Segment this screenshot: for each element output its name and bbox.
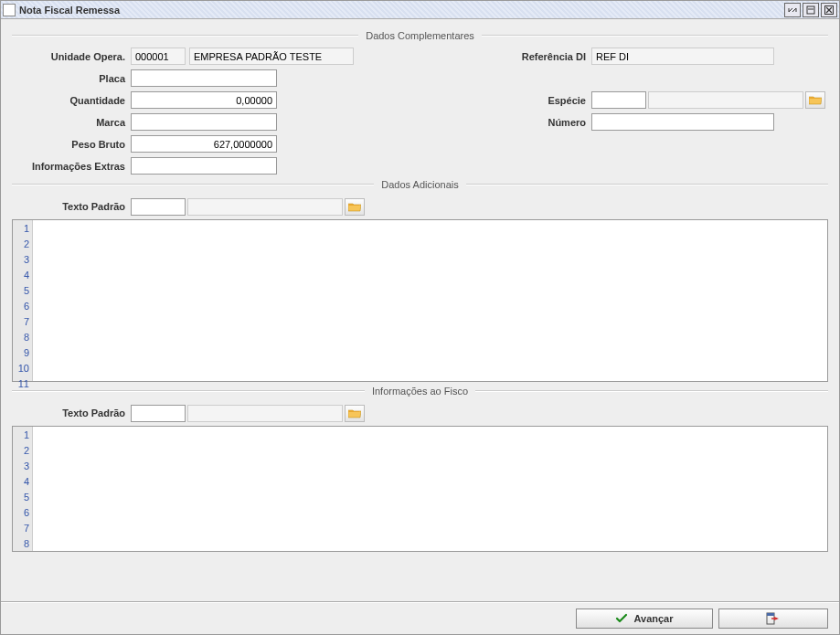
fieldset-title-fisco: Informações ao Fisco: [365, 386, 475, 397]
line-num: 10: [13, 361, 29, 376]
fieldset-adicionais: Dados Adicionais Texto Padrão 1 2 3 4 5 …: [12, 179, 828, 382]
fisco-gutter: 1 2 3 4 5 6 7 8: [13, 427, 33, 551]
label-especie: Espécie: [500, 95, 591, 106]
form-grid-complementares: Unidade Opera. Placa Quantidade Marca: [12, 47, 828, 175]
line-num: 6: [13, 505, 29, 521]
line-num: 4: [13, 268, 29, 283]
unidade-opera-code-field[interactable]: [131, 48, 186, 65]
line-num: 7: [13, 314, 29, 330]
row-texto-padrao-fisco: Texto Padrão: [12, 402, 828, 424]
row-placa: Placa: [12, 69, 354, 88]
svg-rect-3: [767, 613, 774, 616]
line-num: 2: [13, 237, 29, 252]
adicionais-texto-padrao-desc-field[interactable]: [187, 198, 343, 216]
line-num: 5: [13, 283, 29, 299]
line-num: 6: [13, 299, 29, 314]
label-unidade-opera: Unidade Opera.: [12, 51, 131, 62]
folder-icon: [348, 408, 361, 418]
form-col-left: Unidade Opera. Placa Quantidade Marca: [12, 47, 354, 175]
fieldset-header-fisco: Informações ao Fisco: [12, 386, 828, 397]
svg-rect-0: [807, 6, 814, 14]
label-quantidade: Quantidade: [12, 95, 131, 106]
adicionais-textarea[interactable]: 1 2 3 4 5 6 7 8 9 10 11: [12, 219, 828, 382]
line-num: 8: [13, 330, 29, 345]
line-num: 5: [13, 490, 29, 505]
line-num: 7: [13, 521, 29, 536]
label-texto-padrao-adicionais: Texto Padrão: [12, 201, 131, 212]
label-placa: Placa: [12, 73, 131, 84]
row-spacer: [500, 69, 825, 88]
line-num: 4: [13, 474, 29, 490]
line-num: 8: [13, 536, 29, 552]
folder-icon: [348, 202, 361, 212]
fieldset-fisco: Informações ao Fisco Texto Padrão 1 2 3 …: [12, 386, 828, 552]
marca-field[interactable]: [131, 113, 277, 131]
row-referencia-di: Referência DI: [500, 47, 825, 66]
quantidade-field[interactable]: [131, 91, 277, 109]
label-info-extras: Informações Extras: [12, 161, 131, 172]
avancar-button[interactable]: Avançar: [576, 609, 713, 629]
check-icon: [615, 613, 628, 624]
line-num: 2: [13, 443, 29, 459]
row-numero: Número: [500, 112, 825, 132]
exit-icon: [766, 612, 781, 625]
row-especie: Espécie: [500, 90, 825, 110]
numero-field[interactable]: [591, 113, 774, 131]
footer-bar: Avançar: [1, 601, 839, 634]
minimize-button[interactable]: [784, 3, 801, 17]
line-num: 3: [13, 252, 29, 268]
row-marca: Marca: [12, 112, 354, 132]
adicionais-gutter: 1 2 3 4 5 6 7 8 9 10 11: [13, 220, 33, 381]
info-extras-field[interactable]: [131, 157, 277, 175]
titlebar: Nota Fiscal Remessa: [1, 1, 839, 19]
window-frame: Nota Fiscal Remessa Dados Complementares: [0, 0, 840, 635]
content-area: Dados Complementares Unidade Opera. Plac…: [1, 19, 839, 601]
referencia-di-field[interactable]: [591, 48, 774, 65]
row-quantidade: Quantidade: [12, 90, 354, 110]
titlebar-buttons: [784, 3, 837, 17]
row-unidade-opera: Unidade Opera.: [12, 47, 354, 66]
fieldset-title-adicionais: Dados Adicionais: [374, 179, 465, 190]
fisco-text-body[interactable]: [33, 427, 827, 551]
label-peso-bruto: Peso Bruto: [12, 139, 131, 150]
peso-bruto-field[interactable]: [131, 135, 277, 153]
window-icon: [3, 4, 16, 16]
especie-lookup-button[interactable]: [805, 91, 825, 109]
form-col-right: Referência DI Espécie Número: [500, 47, 825, 175]
row-info-extras: Informações Extras: [12, 156, 354, 175]
label-numero: Número: [500, 117, 591, 128]
folder-icon: [809, 95, 822, 105]
fisco-texto-padrao-code-field[interactable]: [131, 405, 186, 422]
label-referencia-di: Referência DI: [500, 51, 591, 62]
adicionais-text-body[interactable]: [33, 220, 827, 381]
label-marca: Marca: [12, 117, 131, 128]
placa-field[interactable]: [131, 69, 277, 87]
fieldset-title-complementares: Dados Complementares: [358, 30, 482, 41]
window-title: Nota Fiscal Remessa: [19, 5, 784, 16]
line-num: 1: [13, 221, 29, 237]
row-texto-padrao-adicionais: Texto Padrão: [12, 196, 828, 217]
maximize-button[interactable]: [803, 3, 819, 17]
especie-desc-field[interactable]: [648, 91, 803, 109]
unidade-opera-desc-field[interactable]: [189, 48, 354, 65]
label-texto-padrao-fisco: Texto Padrão: [12, 407, 131, 418]
fisco-texto-padrao-lookup-button[interactable]: [345, 405, 365, 422]
fisco-texto-padrao-desc-field[interactable]: [187, 405, 343, 422]
line-num: 3: [13, 459, 29, 474]
row-peso-bruto: Peso Bruto: [12, 134, 354, 153]
line-num: 9: [13, 345, 29, 361]
adicionais-texto-padrao-lookup-button[interactable]: [345, 198, 365, 216]
fieldset-complementares: Dados Complementares Unidade Opera. Plac…: [12, 30, 828, 175]
fieldset-header-adicionais: Dados Adicionais: [12, 179, 828, 190]
close-button[interactable]: [821, 3, 837, 17]
fisco-textarea[interactable]: 1 2 3 4 5 6 7 8: [12, 426, 828, 552]
fieldset-header-complementares: Dados Complementares: [12, 30, 828, 41]
especie-code-field[interactable]: [591, 91, 646, 109]
exit-button[interactable]: [718, 609, 828, 629]
adicionais-texto-padrao-code-field[interactable]: [131, 198, 186, 216]
avancar-label: Avançar: [633, 613, 673, 624]
line-num: 1: [13, 428, 29, 443]
